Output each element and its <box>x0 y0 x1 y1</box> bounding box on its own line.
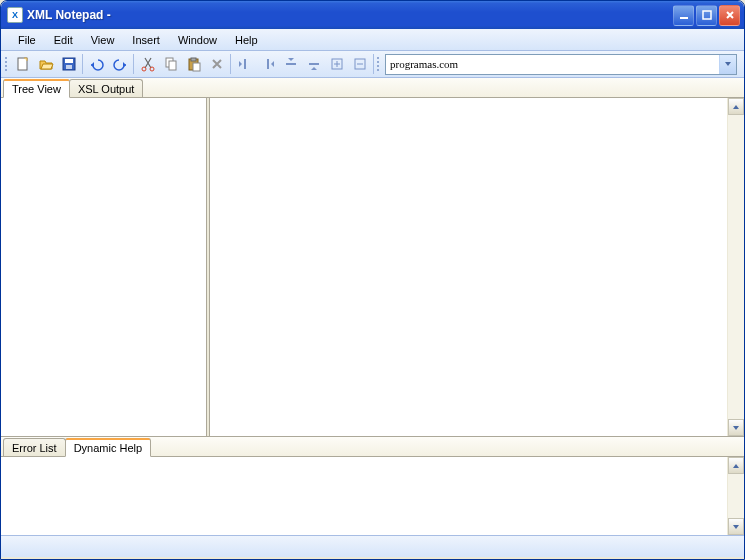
separator <box>82 54 83 74</box>
redo-button[interactable] <box>108 53 131 75</box>
scroll-up-button[interactable] <box>728 457 744 474</box>
menu-file[interactable]: File <box>9 31 45 49</box>
close-button[interactable] <box>719 5 740 26</box>
help-content[interactable] <box>1 457 727 535</box>
nudge-right-button[interactable] <box>256 53 279 75</box>
app-icon: X <box>7 7 23 23</box>
tab-xsl-output[interactable]: XSL Output <box>69 79 143 97</box>
toolbar-grip[interactable] <box>376 54 382 74</box>
menu-window[interactable]: Window <box>169 31 226 49</box>
scroll-track[interactable] <box>728 115 744 419</box>
cut-button[interactable] <box>136 53 159 75</box>
expand-all-button[interactable] <box>325 53 348 75</box>
vertical-scrollbar[interactable] <box>727 457 744 535</box>
collapse-all-button[interactable] <box>348 53 371 75</box>
tab-tree-view[interactable]: Tree View <box>3 79 70 98</box>
toolbar <box>1 51 744 78</box>
paste-button[interactable] <box>182 53 205 75</box>
maximize-button[interactable] <box>696 5 717 26</box>
top-tab-strip: Tree View XSL Output <box>1 78 744 98</box>
svg-rect-4 <box>65 59 73 63</box>
toolbar-grip[interactable] <box>4 54 10 74</box>
svg-rect-12 <box>193 63 200 71</box>
vertical-scrollbar[interactable] <box>727 98 744 436</box>
menu-help[interactable]: Help <box>226 31 267 49</box>
scroll-up-button[interactable] <box>728 98 744 115</box>
svg-rect-15 <box>286 63 296 65</box>
separator <box>373 54 374 74</box>
separator <box>133 54 134 74</box>
address-combo[interactable] <box>385 54 737 75</box>
nudge-up-button[interactable] <box>279 53 302 75</box>
open-button[interactable] <box>34 53 57 75</box>
scroll-down-button[interactable] <box>728 419 744 436</box>
bottom-tab-strip: Error List Dynamic Help <box>1 437 744 457</box>
tab-error-list[interactable]: Error List <box>3 438 66 456</box>
nudge-left-button[interactable] <box>233 53 256 75</box>
svg-rect-1 <box>703 11 711 19</box>
menu-view[interactable]: View <box>82 31 124 49</box>
menu-bar: File Edit View Insert Window Help <box>1 29 744 51</box>
content-pane <box>210 98 744 436</box>
menu-edit[interactable]: Edit <box>45 31 82 49</box>
delete-button[interactable] <box>205 53 228 75</box>
new-button[interactable] <box>11 53 34 75</box>
tab-label: Tree View <box>12 83 61 95</box>
title-bar: X XML Notepad - <box>1 1 744 29</box>
separator <box>230 54 231 74</box>
tree-pane[interactable] <box>1 98 206 436</box>
svg-rect-0 <box>680 17 688 19</box>
svg-rect-2 <box>18 58 27 70</box>
minimize-button[interactable] <box>673 5 694 26</box>
nudge-down-button[interactable] <box>302 53 325 75</box>
svg-rect-14 <box>267 59 269 69</box>
svg-rect-9 <box>169 61 176 70</box>
svg-rect-5 <box>66 65 72 69</box>
window-title: XML Notepad - <box>27 8 673 22</box>
scroll-down-button[interactable] <box>728 518 744 535</box>
tab-dynamic-help[interactable]: Dynamic Help <box>65 438 151 457</box>
copy-button[interactable] <box>159 53 182 75</box>
menu-insert[interactable]: Insert <box>123 31 169 49</box>
dropdown-button[interactable] <box>719 55 736 74</box>
undo-button[interactable] <box>85 53 108 75</box>
work-area <box>1 98 744 437</box>
svg-point-7 <box>150 67 154 71</box>
scroll-track[interactable] <box>728 474 744 518</box>
status-bar <box>1 535 744 557</box>
lower-panel <box>1 457 744 535</box>
svg-rect-11 <box>191 58 196 61</box>
content-area[interactable] <box>210 98 727 436</box>
window-buttons <box>673 5 740 26</box>
svg-rect-13 <box>244 59 246 69</box>
svg-point-6 <box>142 67 146 71</box>
tab-label: Dynamic Help <box>74 442 142 454</box>
address-input[interactable] <box>386 55 719 74</box>
save-button[interactable] <box>57 53 80 75</box>
tab-label: XSL Output <box>78 83 134 95</box>
tab-label: Error List <box>12 442 57 454</box>
svg-rect-16 <box>309 63 319 65</box>
